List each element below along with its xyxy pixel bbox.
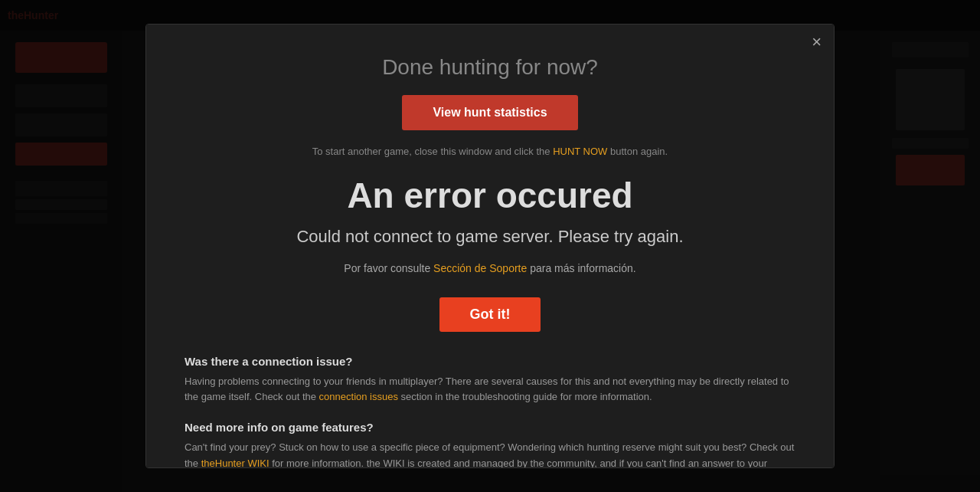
faq-answer-0: Having problems connecting to your frien… (185, 374, 795, 406)
hunt-now-link[interactable]: HUNT NOW (553, 146, 607, 157)
faq-answer-1: Can't find your prey? Stuck on how to us… (185, 440, 795, 468)
error-title: An error occured (185, 176, 795, 215)
modal-close-button[interactable]: × (812, 34, 822, 51)
done-hunting-title: Done hunting for now? (185, 55, 795, 80)
error-modal: × Done hunting for now? View hunt statis… (145, 24, 835, 468)
soporte-link[interactable]: Sección de Soporte (433, 262, 527, 274)
faq-question-0: Was there a connection issue? (185, 355, 795, 368)
faq-section-1: Need more info on game features?Can't fi… (185, 421, 795, 468)
faq-question-1: Need more info on game features? (185, 421, 795, 434)
faq-container: Was there a connection issue?Having prob… (185, 355, 795, 468)
view-stats-button[interactable]: View hunt statistics (402, 95, 577, 130)
got-it-button[interactable]: Got it! (439, 297, 541, 332)
start-another-text: To start another game, close this window… (185, 146, 795, 157)
faq-link[interactable]: connection issues (319, 391, 398, 402)
consult-line: Por favor consulte Sección de Soporte pa… (185, 262, 795, 274)
faq-link[interactable]: theHunter WIKI (201, 458, 270, 468)
faq-section-0: Was there a connection issue?Having prob… (185, 355, 795, 406)
error-subtitle: Could not connect to game server. Please… (185, 227, 795, 247)
